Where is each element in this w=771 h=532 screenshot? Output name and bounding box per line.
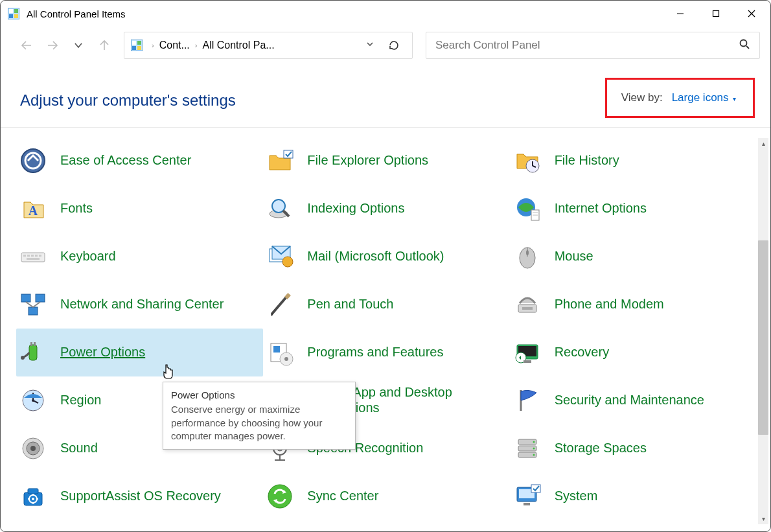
- control-panel-item[interactable]: Indexing Options: [263, 185, 510, 233]
- globe-icon: [512, 193, 543, 224]
- control-panel-item[interactable]: System: [511, 472, 757, 520]
- item-label: Security and Maintenance: [555, 393, 704, 408]
- maximize-button[interactable]: [698, 1, 733, 27]
- supportassist-icon: [17, 481, 49, 512]
- item-label: System: [555, 489, 598, 504]
- recent-locations-button[interactable]: [65, 32, 91, 58]
- speaker-icon: [17, 433, 49, 464]
- chevron-right-icon: ›: [152, 41, 154, 49]
- search-icon[interactable]: [739, 38, 750, 52]
- control-panel-item[interactable]: Security and Maintenance: [511, 376, 757, 424]
- control-panel-item[interactable]: Programs and Features: [263, 329, 510, 376]
- control-panel-item[interactable]: Internet Options: [511, 185, 757, 233]
- minimize-button[interactable]: [662, 1, 698, 27]
- window-title: All Control Panel Items: [27, 8, 662, 19]
- scroll-up-button[interactable]: ▴: [758, 138, 768, 148]
- svg-point-96: [268, 485, 292, 508]
- up-button[interactable]: [91, 32, 117, 58]
- item-label: File History: [555, 153, 619, 168]
- svg-line-51: [272, 295, 288, 314]
- svg-rect-89: [28, 489, 38, 494]
- control-panel-item[interactable]: AFonts: [16, 185, 263, 233]
- control-panel-item[interactable]: Mouse: [511, 233, 757, 281]
- svg-rect-3: [9, 14, 13, 18]
- svg-rect-57: [30, 342, 32, 346]
- svg-rect-2: [14, 9, 18, 13]
- recovery-icon: [512, 337, 543, 368]
- fonts-icon: A: [17, 193, 49, 224]
- control-panel-item[interactable]: Sync Center: [263, 472, 510, 520]
- close-button[interactable]: [733, 1, 769, 27]
- svg-point-86: [533, 448, 535, 450]
- svg-point-71: [32, 399, 34, 402]
- control-panel-item[interactable]: SupportAssist OS Recovery: [16, 472, 263, 520]
- item-label: Region: [60, 393, 101, 408]
- back-button[interactable]: [14, 32, 40, 58]
- svg-rect-36: [31, 255, 34, 257]
- breadcrumb-segment[interactable]: Cont...: [159, 40, 190, 51]
- breadcrumb[interactable]: › Cont... › All Control Pa...: [124, 32, 413, 59]
- control-panel-item[interactable]: Phone and Modem: [511, 281, 757, 329]
- item-label: Fonts: [60, 201, 93, 216]
- control-panel-item[interactable]: Recovery: [511, 329, 757, 376]
- folder-check-icon: [264, 145, 295, 176]
- svg-rect-102: [531, 485, 540, 492]
- scrollbar-thumb[interactable]: [758, 240, 768, 435]
- item-label: File Explorer Options: [307, 153, 428, 168]
- item-label: Programs and Features: [307, 345, 443, 360]
- mouse-icon: [512, 241, 543, 272]
- phone-icon: [512, 289, 543, 320]
- svg-rect-46: [21, 294, 30, 302]
- control-panel-item[interactable]: Mail (Microsoft Outlook): [263, 233, 510, 281]
- svg-point-17: [741, 40, 747, 47]
- svg-rect-56: [29, 345, 37, 360]
- svg-rect-33: [21, 253, 45, 262]
- chevron-right-icon: ›: [195, 41, 198, 49]
- svg-line-50: [33, 302, 40, 307]
- control-panel-item[interactable]: Keyboard: [16, 233, 263, 281]
- control-panel-item[interactable]: Pen and Touch: [263, 281, 510, 329]
- sync-icon: [264, 481, 295, 512]
- system-icon: [512, 481, 543, 512]
- svg-rect-38: [39, 255, 41, 257]
- control-panel-icon: [130, 38, 144, 52]
- indexing-icon: [264, 193, 295, 224]
- control-panel-item[interactable]: Power Options: [16, 329, 263, 376]
- search-box[interactable]: [426, 32, 760, 59]
- control-panel-item[interactable]: File Explorer Options: [263, 137, 510, 185]
- item-label: Keyboard: [60, 249, 116, 264]
- refresh-button[interactable]: [381, 39, 407, 52]
- folder-clock-icon: [512, 145, 543, 176]
- window-controls: [662, 1, 769, 27]
- item-label: Sound: [60, 441, 98, 456]
- svg-rect-35: [27, 255, 30, 257]
- control-panel-item[interactable]: Network and Sharing Center: [16, 281, 263, 329]
- control-panel-item[interactable]: Storage Spaces: [511, 424, 757, 472]
- power-icon: [17, 337, 49, 368]
- view-by-selector[interactable]: View by: Large icons ▾: [605, 78, 755, 118]
- item-label: Indexing Options: [307, 201, 404, 216]
- svg-rect-6: [713, 11, 719, 17]
- control-panel-item[interactable]: File History: [511, 137, 757, 185]
- scroll-down-button[interactable]: ▾: [758, 513, 768, 524]
- control-panel-item[interactable]: Ease of Access Center: [16, 137, 263, 185]
- breadcrumb-segment[interactable]: All Control Pa...: [202, 40, 274, 51]
- items-grid: Ease of Access CenterFile Explorer Optio…: [1, 128, 770, 520]
- svg-point-42: [282, 257, 293, 267]
- titlebar: All Control Panel Items: [1, 1, 770, 27]
- item-label: Mail (Microsoft Outlook): [307, 249, 444, 264]
- svg-point-63: [284, 357, 288, 361]
- svg-rect-14: [137, 41, 141, 45]
- svg-rect-21: [284, 150, 293, 158]
- search-input[interactable]: [435, 39, 739, 52]
- svg-point-85: [533, 441, 535, 443]
- svg-line-49: [26, 302, 33, 307]
- svg-rect-47: [36, 294, 45, 302]
- forward-button[interactable]: [40, 32, 65, 58]
- svg-text:A: A: [29, 203, 38, 218]
- chevron-down-icon[interactable]: [365, 40, 374, 51]
- svg-rect-67: [524, 360, 531, 363]
- navigation-bar: › Cont... › All Control Pa...: [1, 27, 770, 64]
- svg-point-59: [21, 356, 25, 360]
- svg-point-87: [533, 454, 535, 456]
